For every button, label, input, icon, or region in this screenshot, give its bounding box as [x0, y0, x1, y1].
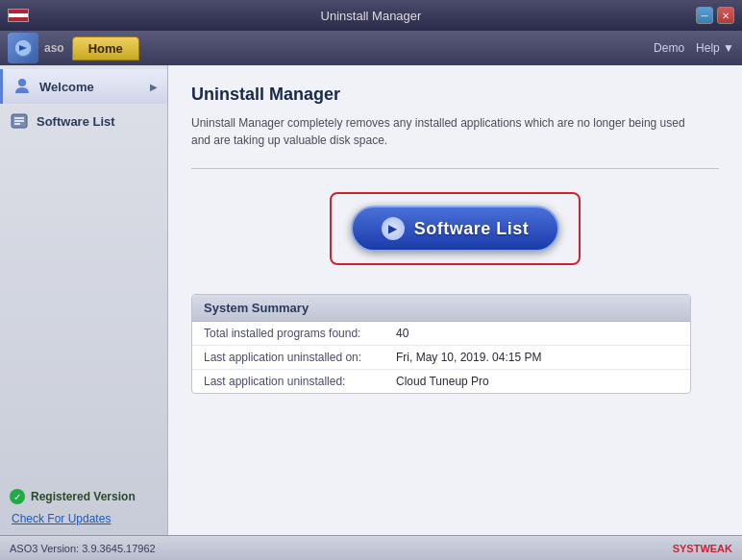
demo-link[interactable]: Demo: [654, 41, 684, 55]
play-icon: ▶: [382, 217, 405, 240]
main-layout: Welcome ▶ Software List ✓ Registered Ver…: [0, 65, 742, 535]
summary-row-label: Total installed programs found:: [192, 322, 384, 346]
sidebar-bottom: ✓ Registered Version Check For Updates: [0, 479, 167, 535]
home-tab[interactable]: Home: [72, 37, 139, 61]
summary-row: Last application uninstalled:Cloud Tuneu…: [192, 370, 690, 394]
sidebar: Welcome ▶ Software List ✓ Registered Ver…: [0, 65, 168, 535]
summary-row: Total installed programs found:40: [192, 322, 690, 346]
summary-header: System Summary: [192, 295, 690, 322]
summary-row-value: Cloud Tuneup Pro: [384, 370, 690, 394]
software-list-main-button[interactable]: ▶ Software List: [351, 206, 560, 252]
system-summary: System Summary Total installed programs …: [191, 294, 691, 394]
sidebar-item-welcome[interactable]: Welcome ▶: [0, 69, 167, 104]
aso-label: aso: [44, 41, 64, 55]
content-description: Uninstall Manager completely removes any…: [191, 114, 691, 149]
svg-point-1: [18, 79, 26, 86]
software-list-btn-label: Software List: [414, 219, 530, 239]
summary-table: Total installed programs found:40Last ap…: [192, 322, 690, 393]
welcome-icon: [12, 77, 32, 96]
summary-row-value: 40: [384, 322, 690, 346]
summary-row-value: Fri, May 10, 2019. 04:15 PM: [384, 346, 690, 370]
status-bar: ASO3 Version: 3.9.3645.17962 SYSTWEAK: [0, 535, 742, 560]
check-updates-link[interactable]: Check For Updates: [12, 512, 158, 525]
welcome-label: Welcome: [39, 80, 94, 94]
software-list-btn-frame: ▶ Software List: [330, 192, 581, 265]
minimize-button[interactable]: ─: [696, 7, 713, 24]
window-title: Uninstall Manager: [321, 9, 422, 23]
welcome-arrow: ▶: [150, 82, 158, 92]
registered-badge: ✓ Registered Version: [10, 489, 158, 504]
help-link[interactable]: Help ▼: [696, 41, 734, 55]
title-bar-controls: ─ ✕: [696, 7, 734, 24]
sysweak-logo: SYSTWEAK: [673, 543, 732, 554]
title-bar: Uninstall Manager ─ ✕: [0, 0, 742, 31]
software-list-icon: [10, 111, 29, 131]
sysweak-brand2: TWEAK: [694, 543, 732, 554]
flag-icon: [8, 9, 29, 22]
divider: [191, 168, 719, 169]
green-check-icon: ✓: [10, 489, 25, 504]
title-bar-left: [8, 9, 33, 22]
logo-area: aso: [8, 33, 64, 63]
app-logo-icon: [8, 33, 38, 63]
content-area: Uninstall Manager Uninstall Manager comp…: [168, 65, 742, 535]
version-label: ASO3 Version: 3.9.3645.17962: [10, 543, 156, 554]
sidebar-item-software-list[interactable]: Software List: [0, 104, 167, 138]
software-list-label: Software List: [37, 114, 115, 129]
summary-row-label: Last application uninstalled:: [192, 370, 384, 394]
close-button[interactable]: ✕: [717, 7, 734, 24]
software-list-btn-container: ▶ Software List: [191, 192, 719, 265]
summary-row-label: Last application uninstalled on:: [192, 346, 384, 370]
nav-bar: aso Home Demo Help ▼: [0, 31, 742, 65]
page-title: Uninstall Manager: [191, 85, 719, 105]
registered-text: Registered Version: [31, 490, 136, 503]
nav-right: Demo Help ▼: [654, 41, 734, 55]
sysweak-brand1: SYS: [673, 543, 694, 554]
summary-row: Last application uninstalled on:Fri, May…: [192, 346, 690, 370]
